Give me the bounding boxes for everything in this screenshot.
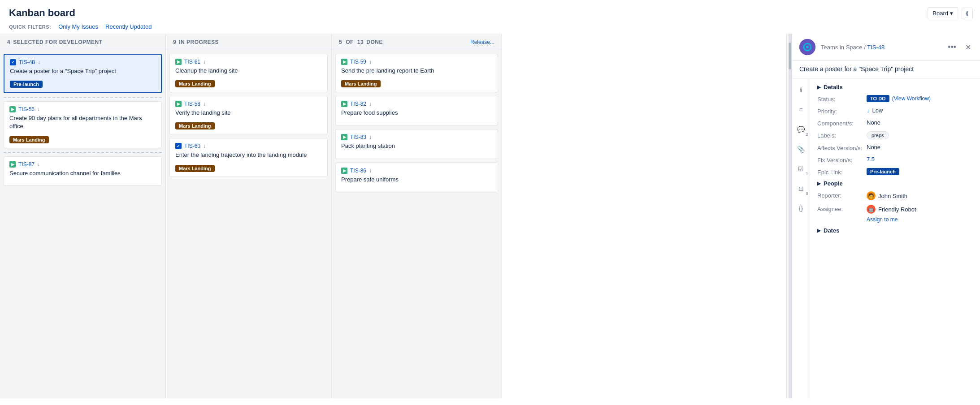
card-title-tis59: Send the pre-landing report to Earth xyxy=(341,67,492,75)
card-label-marslanding-tis61: Mars Landing xyxy=(175,80,215,87)
column-cards-inprogress: ▶ TIS-61 ↓ Cleanup the landing site Mars… xyxy=(166,50,331,398)
detail-close-button[interactable]: ✕ xyxy=(963,41,973,53)
issue-type-icon-tis86: ▶ xyxy=(341,168,347,174)
detail-row-components: Component/s: None xyxy=(817,119,973,127)
chevron-right-icon: ▶ xyxy=(817,85,821,90)
card-tis-58[interactable]: ▶ TIS-58 ↓ Verify the landing site Mars … xyxy=(169,96,328,134)
card-tis-83[interactable]: ▶ TIS-83 ↓ Pack planting station xyxy=(335,129,498,159)
filter-only-my-issues[interactable]: Only My Issues xyxy=(58,23,98,30)
issue-type-icon-tis59: ▶ xyxy=(341,59,347,65)
column-header-selected: 4 Selected for Development xyxy=(7,39,158,45)
card-title-tis86: Prepare safe uniforms xyxy=(341,176,492,184)
board-dropdown[interactable]: Board ▾ xyxy=(928,7,958,19)
issue-type-icon-tis82: ▶ xyxy=(341,101,347,107)
detail-row-priority: Priority: ↓ Low xyxy=(817,107,973,115)
detail-breadcrumb: Teams in Space / TIS-48 xyxy=(821,44,941,51)
quick-filters-label: Quick Filters: xyxy=(9,24,51,30)
detail-menu-button[interactable]: ••• xyxy=(946,41,958,54)
assignee-name: Friendly Robot xyxy=(878,206,916,213)
info-icon-btn[interactable]: ℹ xyxy=(795,84,807,96)
card-label-marslanding-tis56: Mars Landing xyxy=(9,136,49,143)
card-title-tis56: Create 90 day plans for all departments … xyxy=(9,114,156,130)
column-selected-for-development: 4 Selected for Development ✓ TIS-48 ↓ Cr… xyxy=(0,34,166,398)
detail-content: ▶ Details Status: TO DO (View Workflow) … xyxy=(810,78,980,398)
details-section-header[interactable]: ▶ Details xyxy=(817,84,973,90)
comment-icon: 💬 xyxy=(797,126,805,133)
issue-type-icon-tis56: ▶ xyxy=(9,106,16,112)
card-label-marslanding-tis58: Mars Landing xyxy=(175,122,215,129)
comment-badge: 2 xyxy=(806,132,808,137)
scrollbar-thumb[interactable] xyxy=(789,43,791,69)
dates-section: ▶ Dates xyxy=(817,227,973,234)
issue-type-icon-tis58: ▶ xyxy=(175,101,182,107)
column-done: 5 of 13 Done Release... ▶ TIS-59 xyxy=(332,34,502,398)
card-label-prelaunch: Pre-launch xyxy=(10,81,43,88)
screenshot-icon-btn[interactable]: ⊡ 0 xyxy=(795,182,807,195)
release-action[interactable]: Release... xyxy=(470,39,494,45)
view-workflow-link[interactable]: (View Workflow) xyxy=(892,95,931,102)
card-title-tis83: Pack planting station xyxy=(341,142,492,150)
priority-value: Low xyxy=(872,107,883,114)
checklist-badge: 1 xyxy=(806,172,808,176)
epic-badge[interactable]: Pre-launch xyxy=(867,168,899,175)
people-section-header[interactable]: ▶ People xyxy=(817,180,973,187)
card-tis-82[interactable]: ▶ TIS-82 ↓ Prepare food supplies xyxy=(335,96,498,125)
filter-recently-updated[interactable]: Recently Updated xyxy=(105,23,152,30)
detail-panel: Teams in Space / TIS-48 ••• ✕ Create a p… xyxy=(792,34,980,398)
detail-row-reporter: Reporter: 🧑 John Smith xyxy=(817,191,973,200)
card-title-tis82: Prepare food supplies xyxy=(341,109,492,117)
card-title-tis61: Cleanup the landing site xyxy=(175,67,322,75)
label-badge-preps[interactable]: preps xyxy=(867,131,889,139)
project-avatar xyxy=(799,39,815,55)
attachment-icon-btn[interactable]: 📎 xyxy=(795,143,807,155)
scrollbar-track xyxy=(789,34,791,398)
issue-type-icon-tis48: ✓ xyxy=(10,59,16,65)
priority-icon: ↓ xyxy=(867,107,870,114)
screenshot-icon: ⊡ xyxy=(798,185,804,192)
detail-header: Teams in Space / TIS-48 ••• ✕ xyxy=(792,34,980,61)
people-section: ▶ People Reporter: 🧑 John Smith xyxy=(817,180,973,223)
card-tis-60[interactable]: ✓ TIS-60 ↓ Enter the landing trajectory … xyxy=(169,138,328,177)
detail-row-status: Status: TO DO (View Workflow) xyxy=(817,95,973,103)
card-tis-61[interactable]: ▶ TIS-61 ↓ Cleanup the landing site Mars… xyxy=(169,54,328,92)
detail-row-assignee: Assignee: 🤖 Friendly Robot Assign to me xyxy=(817,205,973,223)
collapse-button[interactable]: ⟪ xyxy=(962,8,973,19)
column-in-progress: 9 In Progress ▶ TIS-61 ↓ Cleanup the lan… xyxy=(166,34,332,398)
panel-divider xyxy=(786,34,792,398)
detail-row-labels: Labels: preps xyxy=(817,131,973,139)
column-cards-selected: ✓ TIS-48 ↓ Create a poster for a "Space … xyxy=(0,50,165,398)
issue-type-icon-tis83: ▶ xyxy=(341,134,347,140)
chevron-right-icon-people: ▶ xyxy=(817,181,821,186)
card-title-tis87: Secure communication channel for familie… xyxy=(9,169,156,177)
card-tis-48[interactable]: ✓ TIS-48 ↓ Create a poster for a "Space … xyxy=(4,54,162,93)
card-tis-56[interactable]: ▶ TIS-56 ↓ Create 90 day plans for all d… xyxy=(4,101,162,148)
page-title: Kanban board xyxy=(9,7,971,19)
assignee-avatar: 🤖 xyxy=(867,205,876,214)
svg-point-2 xyxy=(806,46,809,48)
detail-side-icons: ℹ ≡ 💬 2 📎 ☑ 1 ⊡ 0 {} xyxy=(792,78,810,398)
card-label-marslanding-tis60: Mars Landing xyxy=(175,165,215,172)
card-title-tis48: Create a poster for a "Space Trip" proje… xyxy=(10,67,156,75)
issue-type-icon-tis87: ▶ xyxy=(9,161,16,168)
code-icon-btn[interactable]: {} xyxy=(795,202,807,215)
comment-icon-btn[interactable]: 💬 2 xyxy=(795,123,807,136)
checklist-icon: ☑ xyxy=(798,165,804,172)
card-label-marslanding-tis59: Mars Landing xyxy=(341,80,381,87)
assign-to-me-link[interactable]: Assign to me xyxy=(867,216,898,223)
screenshot-badge: 0 xyxy=(806,191,808,196)
card-tis-86[interactable]: ▶ TIS-86 ↓ Prepare safe uniforms xyxy=(335,163,498,192)
reporter-name: John Smith xyxy=(878,193,907,199)
card-tis-59[interactable]: ▶ TIS-59 ↓ Send the pre-landing report t… xyxy=(335,54,498,92)
column-cards-done: ▶ TIS-59 ↓ Send the pre-landing report t… xyxy=(332,50,502,398)
detail-row-affects: Affects Version/s: None xyxy=(817,144,973,151)
fix-version-value[interactable]: 7.5 xyxy=(867,156,875,163)
description-icon-btn[interactable]: ≡ xyxy=(795,103,807,116)
card-title-tis58: Verify the landing site xyxy=(175,109,322,117)
checklist-icon-btn[interactable]: ☑ 1 xyxy=(795,163,807,175)
detail-row-fixversion: Fix Version/s: 7.5 xyxy=(817,156,973,164)
card-tis-87[interactable]: ▶ TIS-87 ↓ Secure communication channel … xyxy=(4,156,162,186)
affects-value: None xyxy=(867,144,880,151)
dates-section-header[interactable]: ▶ Dates xyxy=(817,227,973,234)
components-value: None xyxy=(867,119,880,126)
status-badge[interactable]: TO DO xyxy=(867,95,889,102)
